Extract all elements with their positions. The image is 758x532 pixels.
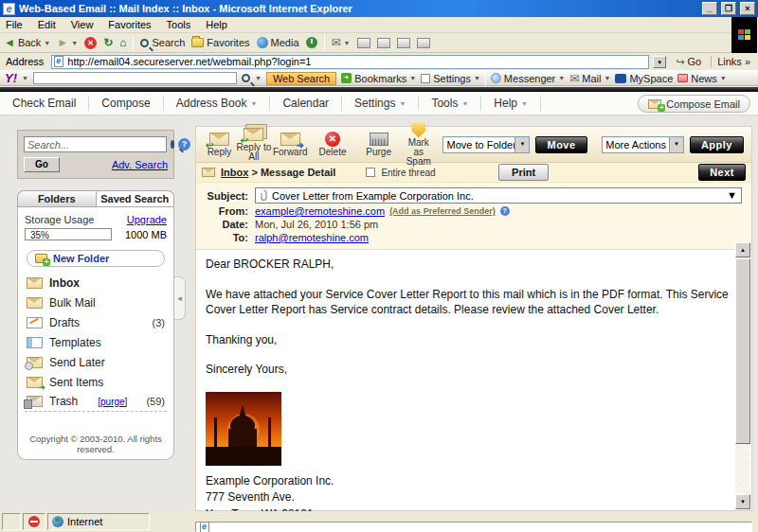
sidebar-item-sent-items[interactable]: Sent Items: [25, 372, 167, 392]
nav-compose[interactable]: Compose: [89, 97, 163, 111]
yahoo-logo-icon[interactable]: Y!: [5, 71, 17, 85]
nav-address-book[interactable]: Address Book▼: [164, 97, 271, 111]
discuss-icon[interactable]: [397, 38, 410, 48]
sidebar-item-templates[interactable]: Templates: [25, 332, 167, 352]
preferred-help-icon[interactable]: ?: [500, 206, 510, 216]
restore-button[interactable]: ❐: [721, 2, 736, 15]
next-button[interactable]: Next: [698, 164, 746, 181]
forward-button[interactable]: ► ▼: [57, 36, 78, 49]
messenger-button[interactable]: Messenger ▼: [491, 73, 565, 84]
history-icon[interactable]: [306, 37, 317, 48]
bookmarks-button[interactable]: Bookmarks ▼: [341, 73, 416, 84]
mark-as-spam-button[interactable]: Mark as Spam: [404, 122, 433, 167]
reply-button[interactable]: Reply: [204, 132, 235, 157]
favorites-button[interactable]: Favorites: [191, 37, 249, 48]
subject-text: Cover Letter from Example Corporation In…: [272, 190, 723, 202]
more-actions-select[interactable]: More Actions ▼: [602, 136, 684, 153]
compose-email-button[interactable]: + Compose Email: [638, 95, 750, 113]
move-button[interactable]: Move: [535, 136, 587, 153]
nav-tools[interactable]: Tools▼: [419, 97, 481, 111]
privacy-report-icon[interactable]: [28, 516, 40, 527]
menu-edit[interactable]: Edit: [38, 19, 56, 30]
nav-help[interactable]: Help▼: [481, 97, 541, 111]
back-button[interactable]: ◄ Back ▼: [4, 36, 50, 49]
messenger-icon[interactable]: [417, 38, 430, 48]
search-button[interactable]: Search: [140, 37, 185, 48]
stop-icon[interactable]: ✕: [84, 37, 97, 49]
settings-button[interactable]: Settings ▼: [421, 73, 480, 84]
address-input[interactable]: http://email04.secureserver.net/webmail.…: [51, 55, 649, 69]
sidebar-item-inbox[interactable]: Inbox: [25, 273, 167, 293]
myspace-button[interactable]: MySpace: [615, 73, 673, 84]
forward-button[interactable]: Forward: [273, 132, 308, 157]
nav-check-email[interactable]: Check Email: [0, 97, 89, 111]
purge-link[interactable]: [purge]: [98, 397, 127, 407]
print-icon[interactable]: [357, 38, 370, 48]
yahoo-search-icon[interactable]: [242, 74, 250, 82]
search-input[interactable]: [24, 136, 167, 152]
forward-dropdown-icon[interactable]: ▼: [71, 40, 78, 46]
spam-shield-icon: [411, 122, 425, 138]
sig-street: 777 Seventh Ave.: [206, 489, 729, 505]
preferred-sender-link[interactable]: (Add as Preferred Sender): [389, 206, 496, 216]
mail-button[interactable]: ✉ ▼: [332, 36, 351, 49]
print-button[interactable]: Print: [498, 164, 549, 181]
move-to-folder-select[interactable]: Move to Folder ▼: [442, 136, 530, 153]
menu-favorites[interactable]: Favorites: [108, 19, 151, 30]
new-folder-button[interactable]: New Folder: [27, 250, 165, 267]
sidebar-item-drafts[interactable]: Drafts (3): [25, 312, 167, 332]
upgrade-link[interactable]: Upgrade: [127, 214, 167, 225]
message-scrollbar[interactable]: ▲ ▼: [735, 242, 750, 509]
yahoo-search-dropdown-icon[interactable]: ▼: [255, 75, 262, 81]
edit-icon[interactable]: [377, 38, 390, 48]
menu-view[interactable]: View: [71, 19, 94, 30]
mark-as-spam-label: Mark as Spam: [404, 138, 433, 167]
subject-combobox[interactable]: Cover Letter from Example Corporation In…: [255, 187, 742, 204]
subject-dropdown-icon[interactable]: ▼: [727, 188, 741, 203]
scroll-up-icon[interactable]: ▲: [735, 242, 750, 257]
sidebar-item-trash[interactable]: Trash [purge] (59): [25, 392, 167, 412]
nav-settings[interactable]: Settings▼: [342, 97, 419, 111]
address-dropdown-icon[interactable]: ▼: [653, 56, 666, 68]
home-icon[interactable]: ⌂: [119, 36, 126, 49]
menu-tools[interactable]: Tools: [167, 19, 191, 30]
refresh-icon[interactable]: ↻: [103, 36, 113, 49]
back-arrow-icon: ◄: [4, 36, 15, 49]
advanced-search-link[interactable]: Adv. Search: [112, 159, 168, 170]
tab-folders[interactable]: Folders: [17, 190, 97, 206]
from-address-link[interactable]: example@remoteshine.com: [255, 205, 385, 217]
forward-arrow-icon: ►: [57, 36, 68, 49]
menu-file[interactable]: File: [6, 19, 23, 30]
search-go-button[interactable]: Go: [24, 157, 60, 172]
nav-calendar[interactable]: Calendar: [270, 97, 342, 111]
yahoo-dropdown-icon[interactable]: ▼: [22, 75, 28, 81]
to-address-link[interactable]: ralph@remoteshine.com: [255, 232, 369, 243]
breadcrumb-inbox-link[interactable]: Inbox: [221, 167, 248, 178]
entire-thread-checkbox[interactable]: [366, 168, 375, 177]
scroll-thumb[interactable]: [735, 258, 750, 444]
close-button[interactable]: ×: [740, 2, 755, 15]
yahoo-search-input[interactable]: [33, 72, 237, 84]
apply-button[interactable]: Apply: [690, 136, 744, 153]
purge-button[interactable]: Purge: [363, 132, 394, 157]
sidebar-collapse-handle[interactable]: ◄: [174, 276, 186, 320]
back-dropdown-icon[interactable]: ▼: [44, 40, 50, 46]
minimize-button[interactable]: _: [702, 2, 717, 15]
go-button[interactable]: ↪ Go: [670, 56, 707, 68]
yahoo-mail-button[interactable]: ✉ Mail ▼: [569, 72, 610, 85]
delete-button[interactable]: ✕ Delete: [317, 132, 349, 157]
reply-to-all-button[interactable]: Reply to All: [235, 127, 273, 162]
sidebar-item-bulk-mail[interactable]: Bulk Mail: [25, 293, 167, 312]
tab-saved-search[interactable]: Saved Search: [97, 190, 175, 206]
news-button[interactable]: News ▼: [677, 73, 726, 84]
reply-icon: [209, 133, 229, 146]
folder-label: Trash: [49, 395, 78, 408]
search-icon[interactable]: [171, 140, 174, 149]
sidebar-item-send-later[interactable]: Send Later: [25, 352, 167, 372]
menu-help[interactable]: Help: [206, 19, 227, 30]
web-search-button[interactable]: Web Search: [266, 72, 336, 85]
address-url: http://email04.secureserver.net/webmail.…: [67, 56, 311, 67]
media-button[interactable]: Media: [257, 37, 299, 48]
scroll-down-icon[interactable]: ▼: [735, 494, 750, 509]
links-button[interactable]: Links »: [711, 56, 756, 67]
